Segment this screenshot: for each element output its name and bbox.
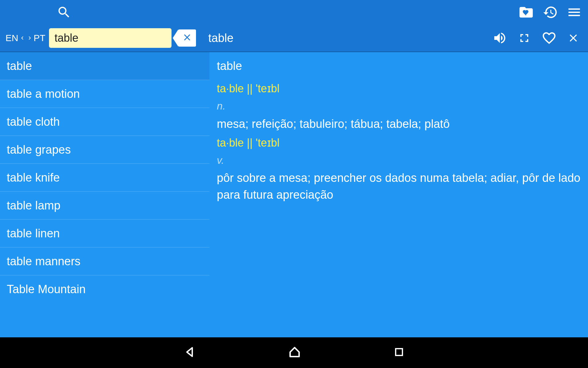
suggestion-label: table a motion xyxy=(7,87,80,101)
suggestion-label: Table Mountain xyxy=(7,283,86,296)
suggestion-label: table linen xyxy=(7,227,60,240)
chevron-right-icon xyxy=(26,33,33,43)
suggestion-label: table grapes xyxy=(7,143,71,156)
suggestion-item[interactable]: table lamp xyxy=(0,192,209,220)
back-button[interactable] xyxy=(183,346,196,360)
home-button[interactable] xyxy=(288,345,301,360)
headword-title: table xyxy=(208,32,233,45)
favorites-folder-icon[interactable] xyxy=(518,4,534,20)
suggestion-label: table manners xyxy=(7,255,81,268)
fullscreen-icon[interactable] xyxy=(518,31,531,45)
detail-headword: table xyxy=(217,58,581,75)
history-icon[interactable] xyxy=(543,5,558,20)
toolbar: EN PT table xyxy=(0,25,588,52)
suggestion-label: table lamp xyxy=(7,199,60,212)
suggestion-item[interactable]: table grapes xyxy=(0,136,209,164)
chevron-left-icon xyxy=(19,33,26,43)
menu-icon[interactable] xyxy=(567,5,582,20)
definition: mesa; refeição; tabuleiro; tábua; tabela… xyxy=(217,116,581,132)
suggestion-item[interactable]: table knife xyxy=(0,164,209,192)
close-detail-icon[interactable] xyxy=(567,32,579,44)
part-of-speech: v. xyxy=(217,153,581,168)
android-navbar xyxy=(0,337,588,368)
suggestion-label: table cloth xyxy=(7,115,60,128)
suggestion-item[interactable]: table manners xyxy=(0,247,209,275)
search-icon[interactable] xyxy=(57,5,71,20)
suggestion-item[interactable]: table a motion xyxy=(0,80,209,108)
favorite-icon[interactable] xyxy=(541,30,557,46)
content-area: tabletable a motiontable clothtable grap… xyxy=(0,52,588,337)
suggestion-item[interactable]: Table Mountain xyxy=(0,275,209,303)
suggestion-item[interactable]: table cloth xyxy=(0,108,209,136)
clear-search-button[interactable] xyxy=(178,29,196,47)
definition-panel: table ta·ble || 'teɪbln.mesa; refeição; … xyxy=(209,52,588,337)
close-icon xyxy=(182,32,192,44)
suggestion-label: table knife xyxy=(7,171,60,184)
definition: pôr sobre a mesa; preencher os dados num… xyxy=(217,170,581,203)
search-input[interactable] xyxy=(49,28,172,48)
recent-apps-button[interactable] xyxy=(393,346,405,359)
phonetic: ta·ble || 'teɪbl xyxy=(217,135,581,151)
lang-from-label: EN xyxy=(6,33,18,43)
suggestion-item[interactable]: table xyxy=(0,52,209,80)
part-of-speech: n. xyxy=(217,98,581,113)
suggestion-label: table xyxy=(7,59,32,73)
language-toggle[interactable]: EN PT xyxy=(6,33,45,43)
lang-to-label: PT xyxy=(34,33,45,43)
svg-rect-0 xyxy=(396,349,402,355)
suggestions-list[interactable]: tabletable a motiontable clothtable grap… xyxy=(0,52,209,337)
suggestion-item[interactable]: table linen xyxy=(0,220,209,247)
speak-icon[interactable] xyxy=(492,31,507,45)
phonetic: ta·ble || 'teɪbl xyxy=(217,81,581,97)
app-bar xyxy=(0,0,588,25)
